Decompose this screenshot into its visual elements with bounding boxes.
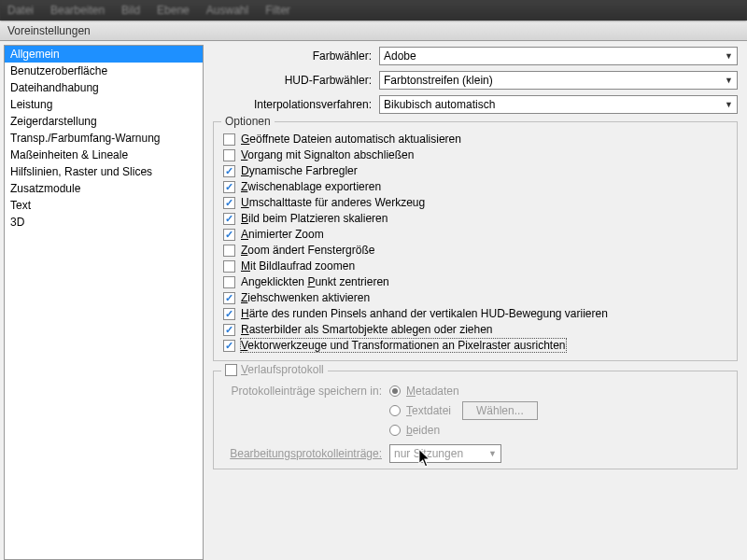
- radio-icon[interactable]: [389, 385, 401, 397]
- sidebar-item-1[interactable]: Benutzeroberfläche: [5, 63, 203, 79]
- option-13[interactable]: Vektorwerkzeuge und Transformationen an …: [223, 339, 727, 352]
- history-radio-1[interactable]: TextdateiWählen...: [389, 401, 538, 420]
- dialog-titlebar: Voreinstellungen: [0, 21, 747, 41]
- chevron-down-icon: ▼: [725, 51, 733, 61]
- history-entries-label: Bearbeitungsprotokolleinträge:: [230, 447, 382, 460]
- option-2[interactable]: Dynamische Farbregler: [223, 164, 727, 177]
- history-entries-select[interactable]: nur Sitzungen ▼: [389, 444, 501, 463]
- colorpicker-select[interactable]: Adobe ▼: [379, 47, 738, 65]
- preferences-sidebar: AllgemeinBenutzeroberflächeDateihandhabu…: [4, 45, 204, 560]
- option-checkbox-2[interactable]: [223, 165, 235, 177]
- option-3[interactable]: Zwischenablage exportieren: [223, 180, 727, 193]
- option-label-10: Ziehschwenken aktivieren: [241, 291, 370, 304]
- app-menubar: DateiBearbeitenBildEbeneAuswahlFilter: [0, 0, 747, 21]
- option-0[interactable]: Geöffnete Dateien automatisch aktualisie…: [223, 133, 727, 146]
- option-4[interactable]: Umschalttaste für anderes Werkzeug: [223, 196, 727, 209]
- option-6[interactable]: Animierter Zoom: [223, 228, 727, 241]
- radio-icon[interactable]: [389, 425, 401, 436]
- sidebar-item-0[interactable]: Allgemein: [5, 46, 203, 63]
- option-5[interactable]: Bild beim Platzieren skalieren: [223, 212, 727, 225]
- sidebar-item-6[interactable]: Maßeinheiten & Lineale: [5, 147, 203, 163]
- sidebar-item-9[interactable]: Text: [5, 197, 203, 214]
- sidebar-item-5[interactable]: Transp./Farbumfang-Warnung: [5, 130, 203, 147]
- chevron-down-icon: ▼: [488, 449, 497, 458]
- option-checkbox-9[interactable]: [223, 276, 235, 288]
- dialog-body: AllgemeinBenutzeroberflächeDateihandhabu…: [0, 41, 747, 560]
- option-checkbox-5[interactable]: [223, 213, 235, 225]
- colorpicker-row: Farbwähler: Adobe ▼: [213, 47, 738, 65]
- option-11[interactable]: Härte des runden Pinsels anhand der vert…: [223, 307, 727, 320]
- option-checkbox-3[interactable]: [223, 181, 235, 193]
- option-label-8: Mit Bildlaufrad zoomen: [241, 259, 355, 273]
- history-radio-0[interactable]: Metadaten: [389, 385, 538, 398]
- colorpicker-label: Farbwähler:: [213, 49, 372, 63]
- interp-label: Interpolationsverfahren:: [213, 98, 372, 111]
- sidebar-item-8[interactable]: Zusatzmodule: [5, 180, 203, 197]
- option-label-12: Rasterbilder als Smartobjekte ablegen od…: [241, 323, 493, 336]
- preferences-content: Farbwähler: Adobe ▼ HUD-Farbwähler: Farb…: [204, 41, 747, 560]
- history-fieldset: Verlaufsprotokoll Protokolleinträge spei…: [213, 371, 738, 469]
- option-checkbox-4[interactable]: [223, 197, 235, 209]
- option-checkbox-6[interactable]: [223, 229, 235, 241]
- interp-select[interactable]: Bikubisch automatisch ▼: [379, 95, 738, 114]
- history-enable-checkbox[interactable]: [225, 364, 237, 376]
- option-8[interactable]: Mit Bildlaufrad zoomen: [223, 259, 727, 273]
- sidebar-item-10[interactable]: 3D: [5, 214, 203, 231]
- option-label-0: Geöffnete Dateien automatisch aktualisie…: [241, 133, 461, 146]
- option-1[interactable]: Vorgang mit Signalton abschließen: [223, 148, 727, 161]
- options-fieldset: Optionen Geöffnete Dateien automatisch a…: [213, 121, 738, 361]
- option-checkbox-11[interactable]: [223, 308, 235, 320]
- option-checkbox-13[interactable]: [223, 340, 235, 352]
- option-label-2: Dynamische Farbregler: [241, 164, 358, 177]
- option-checkbox-12[interactable]: [223, 324, 235, 336]
- radio-icon[interactable]: [389, 405, 401, 416]
- options-legend: Optionen: [221, 115, 275, 128]
- option-checkbox-10[interactable]: [223, 292, 235, 304]
- chevron-down-icon: ▼: [725, 76, 733, 85]
- option-label-9: Angeklickten Punkt zentrieren: [241, 275, 389, 288]
- sidebar-item-3[interactable]: Leistung: [5, 96, 203, 113]
- dialog-title: Voreinstellungen: [7, 24, 91, 37]
- sidebar-item-7[interactable]: Hilfslinien, Raster und Slices: [5, 163, 203, 180]
- hud-label: HUD-Farbwähler:: [213, 74, 372, 87]
- option-checkbox-1[interactable]: [223, 149, 235, 161]
- option-label-6: Animierter Zoom: [241, 228, 324, 241]
- option-checkbox-8[interactable]: [223, 260, 235, 273]
- history-legend[interactable]: Verlaufsprotokoll: [221, 363, 328, 376]
- option-7[interactable]: Zoom ändert Fenstergröße: [223, 244, 727, 257]
- chevron-down-icon: ▼: [725, 100, 733, 109]
- hud-select[interactable]: Farbtonstreifen (klein) ▼: [379, 71, 738, 90]
- option-label-3: Zwischenablage exportieren: [241, 180, 381, 193]
- option-checkbox-0[interactable]: [223, 133, 235, 146]
- option-10[interactable]: Ziehschwenken aktivieren: [223, 291, 727, 304]
- option-label-4: Umschalttaste für anderes Werkzeug: [241, 196, 425, 209]
- hud-row: HUD-Farbwähler: Farbtonstreifen (klein) …: [213, 71, 738, 90]
- option-label-7: Zoom ändert Fenstergröße: [241, 244, 374, 257]
- option-9[interactable]: Angeklickten Punkt zentrieren: [223, 275, 727, 288]
- option-label-5: Bild beim Platzieren skalieren: [241, 212, 388, 225]
- history-radio-2[interactable]: beiden: [389, 424, 538, 437]
- option-12[interactable]: Rasterbilder als Smartobjekte ablegen od…: [223, 323, 727, 336]
- choose-file-button[interactable]: Wählen...: [462, 401, 538, 420]
- history-save-label: Protokolleinträge speichern in:: [223, 385, 382, 398]
- sidebar-item-4[interactable]: Zeigerdarstellung: [5, 113, 203, 130]
- option-label-13: Vektorwerkzeuge und Transformationen an …: [241, 339, 566, 352]
- option-label-1: Vorgang mit Signalton abschließen: [241, 148, 414, 161]
- option-checkbox-7[interactable]: [223, 245, 235, 257]
- sidebar-item-2[interactable]: Dateihandhabung: [5, 79, 203, 96]
- interp-row: Interpolationsverfahren: Bikubisch autom…: [213, 95, 738, 114]
- option-label-11: Härte des runden Pinsels anhand der vert…: [241, 307, 608, 320]
